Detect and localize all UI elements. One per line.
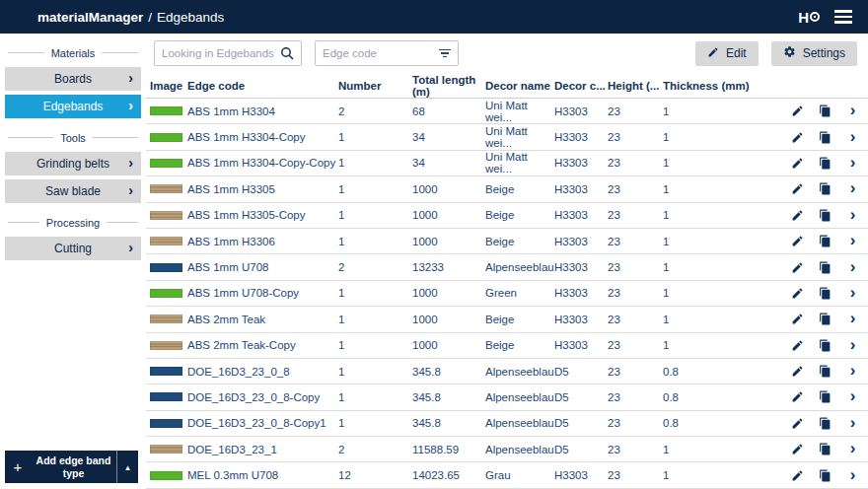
copy-row-icon[interactable] (818, 442, 832, 456)
decor-name-cell: Grau (485, 469, 554, 481)
chevron-right-icon[interactable] (845, 129, 860, 144)
copy-row-icon[interactable] (818, 181, 832, 196)
chevron-right-icon[interactable] (845, 467, 860, 482)
copy-row-icon[interactable] (818, 468, 832, 483)
edge-code-filter-input[interactable] (323, 47, 439, 59)
edit-row-icon[interactable] (790, 104, 805, 118)
sidebar-item-grinding-belts[interactable]: Grinding belts (5, 152, 141, 175)
copy-row-icon[interactable] (818, 156, 832, 171)
table-row[interactable]: DOE_16D3_23_0_8 1 345.8 Alpenseeblau D5 … (146, 359, 868, 384)
search-input[interactable] (162, 47, 280, 59)
chevron-right-icon[interactable] (845, 259, 860, 274)
edge-code-cell: ABS 1mm U708 (187, 261, 338, 273)
brand-title[interactable]: materialManager (37, 10, 143, 25)
table-row[interactable]: ABS 1mm H3305 1 1000 Beige H3303 23 1 (146, 176, 868, 202)
number-cell: 1 (338, 157, 412, 169)
table-row[interactable]: ABS 1mm H3305-Copy 1 1000 Beige H3303 23… (146, 203, 868, 229)
edit-row-icon[interactable] (790, 416, 805, 431)
copy-row-icon[interactable] (818, 208, 832, 223)
sidebar-section-tools: Tools (8, 130, 138, 145)
table-row[interactable]: MEL 0.3mm U708 12 14023.65 Grau H3303 23… (146, 462, 868, 488)
chevron-right-icon[interactable] (845, 388, 860, 403)
table-row[interactable]: ABS 1mm U708 2 13233 Alpenseeblau H3303 … (146, 254, 868, 280)
edit-row-icon[interactable] (790, 442, 805, 456)
copy-row-icon[interactable] (818, 234, 832, 248)
breadcrumb-separator: / (148, 10, 152, 25)
edit-row-icon[interactable] (790, 234, 805, 248)
height-cell: 23 (608, 314, 663, 325)
chevron-right-icon[interactable] (845, 207, 860, 222)
section-label-text: Tools (60, 132, 86, 144)
total-length-cell: 345.8 (412, 417, 485, 429)
edit-row-icon[interactable] (790, 338, 805, 353)
table-row[interactable]: DOE_16D3_23_0_8-Copy1 1 345.8 Alpenseebl… (146, 411, 868, 437)
image-cell (146, 133, 187, 142)
sidebar-item-saw-blade[interactable]: Saw blade (5, 179, 141, 203)
chevron-right-icon[interactable] (845, 363, 860, 378)
table-row[interactable]: DOE_16D3_23_1 2 11588.59 Alpenseeblau D5… (146, 437, 868, 462)
edit-row-icon[interactable] (790, 364, 805, 379)
copy-row-icon[interactable] (818, 338, 832, 353)
table-row[interactable]: ABS 1mm H3304 2 68 Uni Matt wei... H3303… (146, 99, 868, 124)
edit-row-icon[interactable] (790, 130, 805, 145)
search-icon[interactable] (280, 46, 294, 60)
settings-button-label: Settings (803, 46, 845, 60)
edgeband-swatch (150, 184, 182, 193)
chevron-right-icon[interactable] (845, 311, 860, 325)
sidebar-item-cutting[interactable]: Cutting (5, 237, 141, 260)
thickness-cell: 1 (663, 131, 752, 143)
chevron-right-icon[interactable] (845, 337, 860, 352)
chevron-right-icon[interactable] (845, 103, 860, 117)
edit-row-icon[interactable] (790, 208, 805, 223)
add-edge-band-type-button[interactable]: Add edge band type (5, 451, 138, 483)
copy-row-icon[interactable] (818, 130, 832, 145)
decor-name-cell: Alpenseeblau (485, 391, 554, 403)
chevron-right-icon[interactable] (845, 180, 860, 195)
edit-row-icon[interactable] (790, 181, 805, 196)
edit-row-icon[interactable] (790, 389, 805, 404)
height-cell: 23 (608, 469, 663, 481)
settings-button[interactable]: Settings (771, 41, 857, 66)
total-length-cell: 34 (412, 157, 485, 169)
copy-row-icon[interactable] (818, 389, 832, 404)
copy-row-icon[interactable] (818, 416, 832, 431)
chevron-right-icon[interactable] (845, 441, 860, 455)
table-row[interactable]: DOE_16D3_23_0_8-Copy 1 345.8 Alpenseebla… (146, 384, 868, 410)
table-row[interactable]: ABS 2mm Teak-Copy 1 1000 Beige H3303 23 … (146, 333, 868, 359)
table-row[interactable]: ABS 1mm H3304-Copy 1 34 Uni Matt wei... … (146, 124, 868, 150)
edgeband-swatch (150, 237, 182, 245)
filter-icon[interactable] (439, 49, 451, 58)
total-length-cell: 345.8 (412, 366, 485, 378)
edit-row-icon[interactable] (790, 468, 805, 483)
sidebar-item-edgebands[interactable]: Edgebands (5, 95, 141, 118)
sidebar-item-boards[interactable]: Boards (5, 67, 141, 91)
chevron-right-icon[interactable] (845, 415, 860, 430)
table-row[interactable]: ABS 2mm Teak 1 1000 Beige H3303 23 1 (146, 307, 868, 332)
chevron-right-icon (128, 183, 133, 197)
gear-icon (783, 45, 796, 61)
row-actions (752, 389, 868, 404)
chevron-right-icon[interactable] (845, 285, 860, 300)
hamburger-menu-icon[interactable] (832, 8, 854, 26)
copy-row-icon[interactable] (818, 104, 832, 118)
edit-row-icon[interactable] (790, 286, 805, 301)
row-actions (752, 234, 868, 248)
copy-row-icon[interactable] (818, 260, 832, 275)
table-row[interactable]: ABS 1mm H3304-Copy-Copy 1 34 Uni Matt we… (146, 151, 868, 176)
edit-row-icon[interactable] (790, 312, 805, 326)
edit-row-icon[interactable] (790, 260, 805, 275)
toolbar: Edit Settings (146, 34, 868, 73)
copy-row-icon[interactable] (818, 312, 832, 326)
row-actions (752, 286, 868, 301)
total-length-cell: 13233 (412, 261, 485, 273)
chevron-right-icon[interactable] (845, 155, 860, 170)
copy-row-icon[interactable] (818, 364, 832, 379)
copy-row-icon[interactable] (818, 286, 832, 301)
table-row[interactable]: ABS 1mm U708-Copy 1 1000 Green H3303 23 … (146, 281, 868, 307)
chevron-right-icon[interactable] (845, 233, 860, 247)
total-length-cell: 11588.59 (412, 444, 485, 455)
edit-button[interactable]: Edit (695, 41, 759, 66)
table-row[interactable]: ABS 1mm H3306 1 1000 Beige H3303 23 1 (146, 229, 868, 254)
edit-row-icon[interactable] (790, 156, 805, 171)
caret-up-icon[interactable] (116, 451, 138, 483)
